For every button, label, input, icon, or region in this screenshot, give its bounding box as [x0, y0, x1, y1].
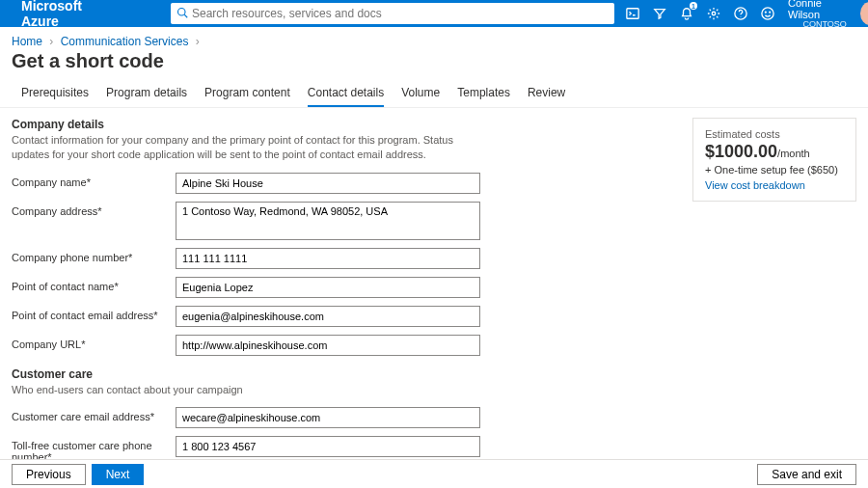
crumb-home[interactable]: Home	[12, 35, 42, 48]
svg-point-5	[762, 8, 773, 19]
brand-label: Microsoft Azure	[21, 0, 82, 29]
global-search[interactable]	[171, 3, 614, 24]
top-titlebar: Microsoft Azure 1 Connie Wilson CONTOSO	[0, 0, 868, 27]
search-input[interactable]	[192, 7, 609, 20]
tab-contact-details[interactable]: Contact details	[308, 82, 384, 107]
company-url-field[interactable]	[176, 335, 480, 356]
poc-name-label: Point of contact name*	[12, 277, 176, 292]
company-address-label: Company address*	[12, 202, 176, 217]
tab-program-content[interactable]: Program content	[204, 82, 290, 107]
filter-icon[interactable]	[653, 6, 666, 21]
notifications-icon[interactable]: 1	[680, 6, 693, 21]
user-org: CONTOSO	[802, 20, 846, 30]
cost-breakdown-link[interactable]: View cost breakdown	[705, 179, 805, 191]
poc-email-field[interactable]	[176, 306, 480, 327]
company-phone-label: Company phone number*	[12, 248, 176, 263]
company-details-section: Company details Contact information for …	[12, 118, 692, 356]
chevron-right-icon: ›	[49, 35, 53, 48]
svg-point-7	[770, 12, 771, 13]
crumb-communication-services[interactable]: Communication Services	[61, 35, 189, 48]
next-button[interactable]: Next	[92, 464, 145, 485]
cc-email-field[interactable]	[176, 407, 480, 428]
svg-line-1	[184, 14, 187, 17]
cloud-shell-icon[interactable]	[626, 6, 639, 21]
feedback-icon[interactable]	[761, 6, 774, 21]
company-name-field[interactable]	[176, 173, 480, 194]
footer-bar: Previous Next Save and exit	[0, 459, 868, 488]
tab-review[interactable]: Review	[528, 82, 565, 107]
page-title: Get a short code	[0, 50, 868, 78]
user-name: Connie Wilson	[788, 0, 847, 20]
cc-email-label: Customer care email address*	[12, 407, 176, 422]
breadcrumb: Home › Communication Services ›	[0, 27, 868, 50]
search-icon	[176, 7, 188, 21]
svg-point-3	[712, 12, 716, 15]
company-url-label: Company URL*	[12, 335, 176, 350]
tab-program-details[interactable]: Program details	[106, 82, 187, 107]
estimated-cost-price: $1000.00/month	[705, 142, 844, 162]
svg-rect-2	[627, 9, 638, 19]
setup-fee-text: + One-time setup fee ($650)	[705, 164, 844, 176]
settings-icon[interactable]	[707, 6, 720, 21]
user-block[interactable]: Connie Wilson CONTOSO	[788, 0, 847, 30]
save-and-exit-button[interactable]: Save and exit	[757, 464, 856, 485]
tab-prerequisites[interactable]: Prerequisites	[21, 82, 89, 107]
customer-care-heading: Customer care	[12, 367, 692, 381]
chevron-right-icon: ›	[196, 35, 200, 48]
svg-point-0	[178, 8, 186, 15]
estimated-cost-card: Estimated costs $1000.00/month + One-tim…	[692, 118, 856, 202]
cc-phone-field[interactable]	[176, 436, 480, 457]
poc-name-field[interactable]	[176, 277, 480, 298]
notification-badge: 1	[690, 2, 697, 10]
company-details-heading: Company details	[12, 118, 692, 131]
company-name-label: Company name*	[12, 173, 176, 188]
poc-email-label: Point of contact email address*	[12, 306, 176, 321]
tab-templates[interactable]: Templates	[457, 82, 510, 107]
help-icon[interactable]	[734, 6, 747, 21]
company-details-desc: Contact information for your company and…	[12, 133, 494, 163]
estimated-cost-label: Estimated costs	[705, 128, 844, 140]
previous-button[interactable]: Previous	[12, 464, 86, 485]
avatar[interactable]	[860, 2, 868, 25]
tab-strip: Prerequisites Program details Program co…	[0, 78, 868, 108]
svg-point-6	[765, 12, 766, 13]
company-address-field[interactable]: 1 Contoso Way, Redmond, WA 98052, USA	[176, 202, 480, 240]
tab-volume[interactable]: Volume	[401, 82, 440, 107]
company-phone-field[interactable]	[176, 248, 480, 269]
titlebar-right: 1 Connie Wilson CONTOSO	[626, 0, 868, 30]
customer-care-desc: Who end-users can contact about your cam…	[12, 383, 494, 397]
